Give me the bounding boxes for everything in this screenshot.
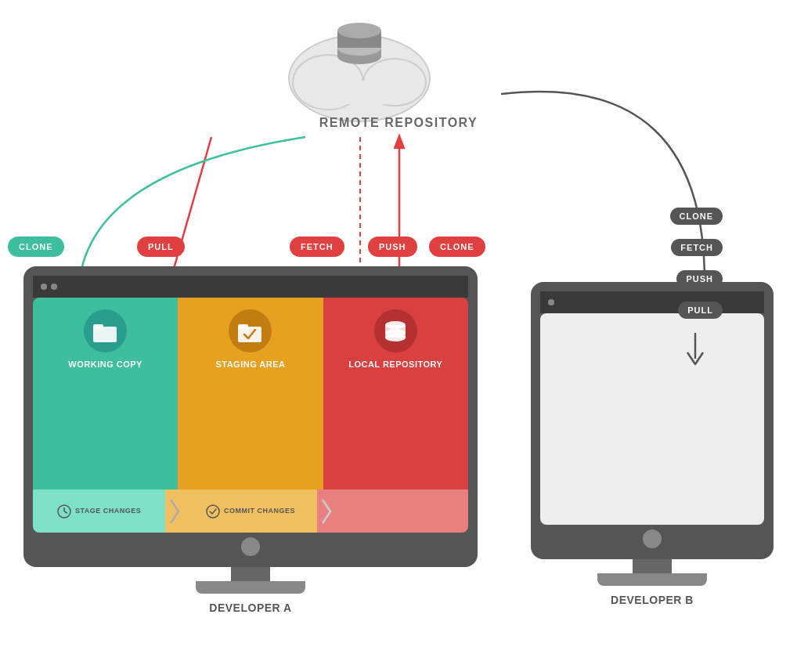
svg-point-7 <box>337 40 381 56</box>
monitor-screen-a: WORKING COPY STAGING AREA <box>33 298 468 533</box>
svg-point-27 <box>207 505 219 518</box>
monitor-a: WORKING COPY STAGING AREA <box>23 266 478 614</box>
push-pill-b: PUSH <box>676 270 723 287</box>
section-local: LOCAL REPOSITORY <box>323 298 468 490</box>
chevron-right-icon <box>167 496 182 527</box>
check-icon <box>206 504 220 518</box>
stand-base-b <box>597 573 707 586</box>
clone-pill-b: CLONE <box>670 208 723 225</box>
dev-b-bold: B <box>685 594 694 606</box>
svg-line-26 <box>64 511 67 513</box>
database-icon <box>383 320 408 343</box>
pull-pill-b: PULL <box>678 302 723 319</box>
screen-content: WORKING COPY STAGING AREA <box>33 298 468 490</box>
remote-repo-section: REMOTE REPOSITORY <box>319 116 478 130</box>
screen-top-bar <box>33 276 468 298</box>
svg-point-4 <box>337 31 381 47</box>
fetch-pill-b: FETCH <box>671 239 723 256</box>
monitor-button-b <box>643 529 662 548</box>
stand-base-a <box>196 581 305 594</box>
monitor-stand-b <box>531 559 774 586</box>
svg-point-6 <box>337 49 381 64</box>
svg-point-2 <box>363 59 426 106</box>
svg-rect-8 <box>337 48 381 56</box>
svg-rect-5 <box>337 39 381 56</box>
monitor-frame-a: WORKING COPY STAGING AREA <box>23 266 478 567</box>
monitor-button-a <box>241 537 260 556</box>
chevron-stage <box>165 490 184 533</box>
strip-staging: COMMIT CHANGES <box>184 490 316 533</box>
push-pill: PUSH <box>368 237 417 257</box>
staging-area-label: STAGING AREA <box>215 359 285 370</box>
clone-pill-right: CLONE <box>429 237 485 257</box>
screen-top-bar-b <box>540 291 764 313</box>
monitor-screen-b <box>540 313 764 525</box>
svg-point-1 <box>293 55 363 110</box>
fetch-pill: FETCH <box>290 237 344 257</box>
bezel-dot <box>51 284 57 290</box>
chevron-commit <box>317 490 336 533</box>
chevron-right-icon-2 <box>319 496 334 527</box>
staging-folder-icon <box>238 320 263 342</box>
svg-point-23 <box>385 334 406 341</box>
local-repo-label: LOCAL REPOSITORY <box>348 359 442 370</box>
monitor-frame-b <box>531 282 774 559</box>
stand-neck-b <box>633 559 672 573</box>
diagram-container: REMOTE REPOSITORY <box>0 0 797 672</box>
svg-point-9 <box>337 40 381 56</box>
svg-rect-18 <box>238 324 248 329</box>
svg-rect-10 <box>337 31 381 48</box>
svg-point-0 <box>289 35 430 121</box>
bottom-strip: STAGE CHANGES COMMIT CH <box>33 490 468 533</box>
folder-icon <box>93 320 118 342</box>
svg-point-11 <box>337 23 381 38</box>
dev-a-label: DEVELOPER A <box>23 602 478 614</box>
monitor-stand-a <box>23 567 478 594</box>
local-repo-icon-bg <box>374 309 417 352</box>
svg-rect-16 <box>93 324 103 329</box>
working-copy-label: WORKING COPY <box>68 359 142 370</box>
strip-working: STAGE CHANGES <box>33 490 165 533</box>
pull-pill: PULL <box>137 237 185 257</box>
staging-icon-bg <box>229 309 272 352</box>
svg-rect-3 <box>324 81 398 104</box>
strip-local <box>336 490 468 533</box>
commit-changes-label: COMMIT CHANGES <box>224 507 295 516</box>
remote-repo-label: REMOTE REPOSITORY <box>319 116 478 130</box>
monitor-b: DEVELOPER B <box>531 282 774 606</box>
section-working: WORKING COPY <box>33 298 178 490</box>
clone-pill-left: CLONE <box>8 237 64 257</box>
dev-b-text: DEVELOPER <box>611 594 685 606</box>
clock-icon <box>57 504 71 518</box>
section-staging: STAGING AREA <box>178 298 323 490</box>
down-arrow-b <box>683 329 707 368</box>
dev-a-text: DEVELOPER <box>209 602 283 614</box>
dev-b-label: DEVELOPER B <box>531 594 774 606</box>
dev-a-bold: A <box>283 602 292 614</box>
bezel-dot <box>41 284 47 290</box>
bezel-dot-b <box>548 299 554 305</box>
working-copy-icon-bg <box>84 309 127 352</box>
stage-changes-label: STAGE CHANGES <box>75 507 141 516</box>
stand-neck-a <box>231 567 270 581</box>
